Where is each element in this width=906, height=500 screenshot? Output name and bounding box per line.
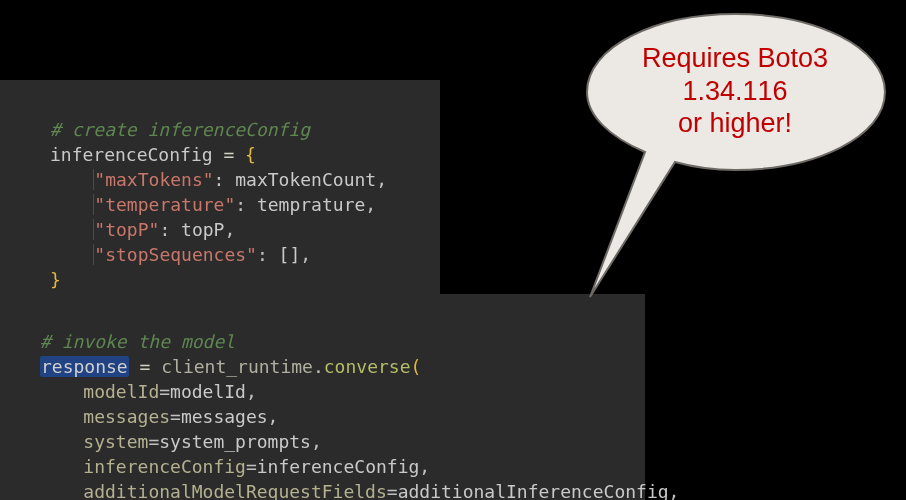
code-param: additionalModelRequestFields [83,481,386,500]
code-value: temprature [246,194,365,215]
callout-line: Requires Boto3 [642,42,828,74]
code-comma: , [224,219,235,240]
code-block-invoke-model: # invoke the model response = client_run… [0,294,645,500]
code-comma: , [669,481,680,500]
code-colon: : [214,169,225,190]
code-comma: , [419,456,430,477]
code-value: modelId [170,381,246,402]
code-comma: , [268,406,279,427]
code-value: additionalInferenceConfig [398,481,669,500]
callout-text: Requires Boto3 1.34.116 or higher! [585,12,885,170]
code-value: topP [170,219,224,240]
code-comma: , [311,431,322,452]
code-value: maxTokenCount [224,169,376,190]
code-param: messages [83,406,170,427]
code-dot: . [313,356,324,377]
callout-line: or higher! [678,107,792,139]
code-assign: = [213,144,246,165]
callout-line: 1.34.116 [682,75,787,107]
code-param: inferenceConfig [83,456,246,477]
code-comma: , [376,169,387,190]
code-equals: = [148,431,159,452]
code-value: messages [181,406,268,427]
code-equals: = [159,381,170,402]
code-assign: = [129,356,162,377]
code-identifier: inferenceConfig [50,144,213,165]
code-block-inference-config: # create inferenceConfig inferenceConfig… [0,80,440,304]
code-comment: # create inferenceConfig [50,119,310,140]
code-brace: } [50,269,61,290]
code-equals: = [170,406,181,427]
code-brace: { [245,144,256,165]
code-function: converse [324,356,411,377]
code-comment: # invoke the model [40,331,235,352]
code-value: inferenceConfig [257,456,420,477]
code-key: "topP" [94,219,159,240]
code-value: [] [268,244,301,265]
code-object: client_runtime [161,356,313,377]
callout-bubble: Requires Boto3 1.34.116 or higher! [585,12,895,302]
code-param: modelId [83,381,159,402]
code-colon: : [235,194,246,215]
code-key: "stopSequences" [94,244,257,265]
code-comma: , [300,244,311,265]
code-paren: ( [410,356,421,377]
code-equals: = [246,456,257,477]
code-colon: : [257,244,268,265]
code-key: "maxTokens" [94,169,213,190]
code-value: system_prompts [159,431,311,452]
code-param: system [83,431,148,452]
code-comma: , [365,194,376,215]
code-equals: = [387,481,398,500]
code-comma: , [246,381,257,402]
code-key: "temperature" [94,194,235,215]
code-colon: : [159,219,170,240]
code-highlighted-identifier: response [40,356,129,377]
